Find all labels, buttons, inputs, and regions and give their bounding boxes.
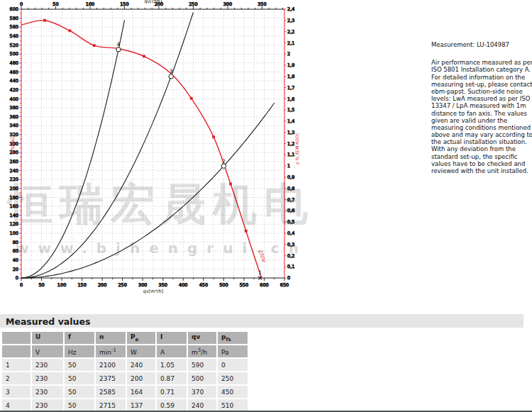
svg-text:2: 2 [287, 51, 290, 57]
svg-text:1,9: 1,9 [287, 62, 294, 68]
table-row: 12305021002401.055900 [2, 359, 248, 371]
svg-text:1,3: 1,3 [287, 130, 294, 135]
svg-text:100: 100 [86, 1, 94, 7]
table-cell: 200 [127, 372, 155, 384]
header-cell-i: I [157, 332, 187, 344]
svg-text:1,4: 1,4 [287, 118, 294, 124]
svg-text:100: 100 [57, 282, 66, 288]
header-cell-f: f [65, 332, 94, 344]
svg-text:0,8: 0,8 [287, 186, 294, 191]
table-cell: 1.05 [157, 359, 187, 371]
table-cell: 590 [188, 359, 216, 371]
svg-text:650: 650 [280, 282, 289, 288]
table-cell: 137 [127, 399, 155, 411]
table-cell: 50 [65, 359, 94, 371]
table-row: 22305023752000.87500250 [2, 372, 248, 384]
svg-text:100: 100 [10, 230, 18, 236]
table-cell: 250 [218, 372, 248, 384]
performance-chart: 0204060801001201401601802002202402602803… [0, 0, 333, 312]
measurement-note-title: Measurement: LU-104987 [431, 41, 532, 48]
svg-text:420: 420 [10, 87, 18, 93]
svg-text:350: 350 [159, 282, 167, 288]
table-cell: 4 [2, 399, 31, 411]
unit-cell-min: min-1 [96, 345, 126, 357]
svg-text:0,2: 0,2 [287, 253, 294, 259]
table-cell: 50 [65, 399, 94, 411]
svg-text:500: 500 [219, 282, 228, 288]
chart-axis-titles: qv[m³/h]qv[cfm]pfs[Pa]p fs_E[iN H2O] [10, 0, 300, 294]
table-cell: 230 [32, 386, 63, 398]
table-cell: 0 [218, 359, 248, 371]
svg-text:250: 250 [189, 1, 197, 7]
svg-text:150: 150 [120, 1, 128, 7]
table-cell: 0.59 [157, 399, 187, 411]
table-cell: 3 [2, 386, 31, 398]
svg-text:1,7: 1,7 [287, 85, 294, 91]
svg-text:20: 20 [13, 267, 18, 272]
svg-text:450: 450 [199, 282, 208, 288]
table-cell: 500 [188, 372, 216, 384]
svg-text:340: 340 [10, 123, 18, 128]
header-cell-pe: Pe [127, 332, 155, 344]
table-cell: 164 [127, 386, 155, 398]
svg-text:p fs_E[iN H2O]: p fs_E[iN H2O] [294, 133, 300, 165]
operating-points: 4321 [116, 41, 262, 279]
svg-text:2: 2 [222, 158, 226, 165]
svg-text:260: 260 [10, 159, 18, 165]
svg-text:0,9: 0,9 [287, 174, 294, 180]
svg-text:250: 250 [118, 282, 126, 288]
svg-text:350: 350 [257, 1, 266, 7]
svg-text:440: 440 [10, 78, 18, 84]
table-cell: 2585 [96, 386, 126, 398]
unit-cell-a: A [157, 345, 187, 357]
datasheet-page: 0204060801001201401601802002202402602803… [0, 0, 532, 412]
svg-text:1: 1 [287, 163, 290, 169]
svg-text:300: 300 [138, 282, 147, 288]
table-header-row: U f n Pe I qv pfs [2, 332, 248, 344]
table-cell: 50 [65, 372, 94, 384]
table-cell: 2715 [96, 399, 126, 411]
unit-cell-pa: Pa [218, 345, 248, 357]
measurement-note-body: Air performance measured as per ISO 5801… [431, 59, 532, 174]
svg-text:460: 460 [10, 69, 18, 75]
table-units-row: V Hz min-1 W A m3/h Pa [2, 345, 248, 357]
svg-text:220: 220 [10, 177, 18, 182]
table-cell: 230 [32, 359, 63, 371]
svg-text:240: 240 [10, 168, 18, 174]
unit-cell-blank [2, 345, 31, 357]
svg-text:300: 300 [223, 1, 232, 7]
header-cell-n: n [96, 332, 126, 344]
svg-text:520: 520 [10, 43, 18, 48]
table-cell: 50 [65, 386, 94, 398]
table-cell: 2375 [96, 372, 126, 384]
svg-text:2,1: 2,1 [287, 40, 294, 46]
svg-text:480: 480 [10, 60, 18, 66]
table-cell: 2 [2, 372, 31, 384]
svg-text:60: 60 [13, 248, 18, 254]
svg-text:160: 160 [10, 204, 18, 209]
svg-text:0: 0 [287, 275, 290, 281]
svg-text:1,1: 1,1 [287, 152, 294, 157]
unit-cell-hz: Hz [65, 345, 94, 357]
chart-axes: 0204060801001201401601802002202402602803… [10, 1, 295, 288]
svg-text:400: 400 [179, 282, 187, 288]
table-cell: 0.87 [157, 372, 187, 384]
svg-text:1: 1 [258, 269, 262, 276]
svg-text:120: 120 [10, 221, 18, 227]
svg-text:0,1: 0,1 [287, 264, 294, 269]
svg-text:2,2: 2,2 [287, 29, 294, 35]
svg-text:40: 40 [13, 257, 18, 263]
svg-text:qv[cfm]: qv[cfm] [144, 0, 162, 4]
svg-text:200: 200 [10, 186, 18, 191]
svg-text:0: 0 [20, 1, 23, 7]
svg-text:600: 600 [260, 282, 268, 288]
table-cell: 450 [218, 386, 248, 398]
svg-text:2,4: 2,4 [287, 6, 294, 12]
svg-text:1,8: 1,8 [287, 74, 294, 79]
svg-text:2,3: 2,3 [287, 18, 294, 23]
svg-text:0: 0 [16, 275, 18, 281]
svg-text:80: 80 [13, 240, 18, 245]
svg-text:140: 140 [10, 213, 18, 218]
svg-text:qv[m³/h]: qv[m³/h] [143, 289, 163, 294]
svg-text:50: 50 [52, 1, 58, 7]
